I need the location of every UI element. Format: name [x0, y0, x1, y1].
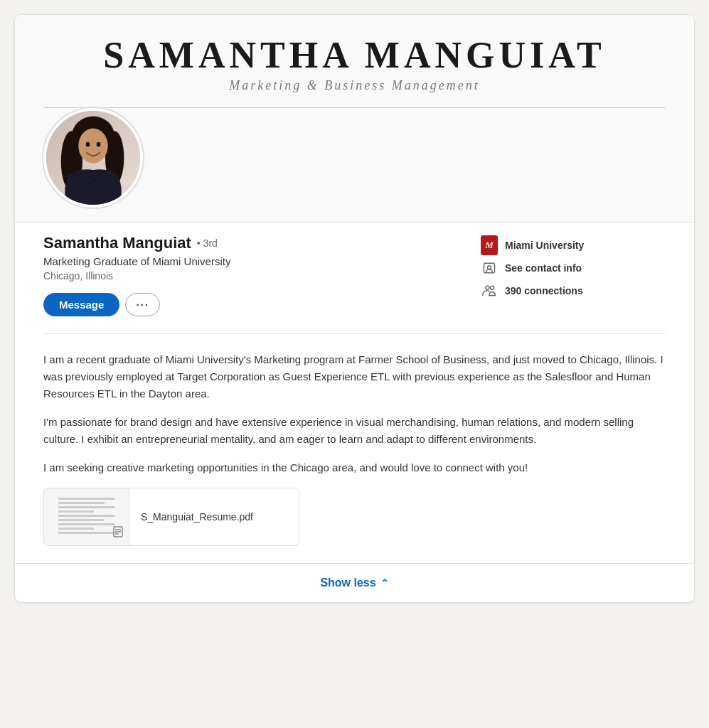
profile-left: Samantha Manguiat • 3rd Marketing Gradua…: [43, 234, 464, 316]
resume-preview: [44, 488, 129, 545]
contact-icon: [481, 259, 498, 277]
resume-filename: S_Manguiat_Resume.pdf: [141, 511, 253, 523]
show-less-label: Show less: [320, 577, 375, 589]
action-row: Message ···: [43, 293, 464, 316]
resume-attachment[interactable]: S_Manguiat_Resume.pdf: [43, 488, 299, 546]
connection-level: • 3rd: [197, 237, 218, 249]
chevron-up-icon: ⌃: [380, 577, 389, 589]
profile-name: Samantha Manguiat: [43, 234, 191, 252]
profile-section: Samantha Manguiat • 3rd Marketing Gradua…: [15, 223, 694, 333]
connections-count: 390 connections: [505, 285, 583, 296]
profile-main: Samantha Manguiat • 3rd Marketing Gradua…: [43, 234, 666, 316]
about-paragraph-2: I'm passionate for brand design and have…: [43, 414, 666, 448]
avatar-image: [46, 108, 140, 208]
file-icon: [113, 526, 123, 540]
about-paragraph-1: I am a recent graduate of Miami Universi…: [43, 351, 666, 402]
profile-card: SAMANTHA MANGUIAT Marketing & Business M…: [14, 14, 695, 603]
message-button[interactable]: Message: [43, 293, 119, 316]
svg-rect-7: [484, 264, 495, 273]
show-less-button[interactable]: Show less ⌃: [320, 577, 388, 589]
profile-headline: Marketing Graduate of Miami University: [43, 255, 464, 267]
svg-point-8: [488, 266, 491, 269]
banner-name: SAMANTHA MANGUIAT: [43, 35, 666, 75]
more-button[interactable]: ···: [125, 293, 160, 316]
see-contact-info[interactable]: See contact info: [505, 262, 582, 274]
resume-info: S_Manguiat_Resume.pdf: [129, 510, 265, 523]
avatar-container: [43, 108, 143, 208]
connections-row: 390 connections: [481, 282, 666, 299]
svg-point-5: [86, 142, 90, 147]
connections-icon: [481, 282, 498, 299]
name-row: Samantha Manguiat • 3rd: [43, 234, 464, 252]
about-paragraph-3: I am seeking creative marketing opportun…: [43, 459, 666, 476]
svg-point-10: [491, 287, 494, 290]
university-logo: M: [481, 237, 498, 254]
banner-subtitle: Marketing & Business Management: [43, 78, 666, 93]
svg-point-4: [78, 129, 107, 164]
avatar: [43, 108, 143, 208]
university-row: M Miami University: [481, 237, 666, 254]
show-less-footer: Show less ⌃: [15, 563, 694, 602]
banner-section: SAMANTHA MANGUIAT Marketing & Business M…: [15, 15, 694, 223]
svg-point-6: [97, 142, 101, 147]
svg-point-9: [486, 287, 489, 290]
contact-info-row[interactable]: See contact info: [481, 259, 666, 277]
university-name: Miami University: [505, 240, 584, 251]
profile-right: M Miami University See contact info: [481, 234, 666, 305]
about-section: I am a recent graduate of Miami Universi…: [15, 334, 694, 563]
profile-location: Chicago, Illinois: [43, 270, 464, 282]
